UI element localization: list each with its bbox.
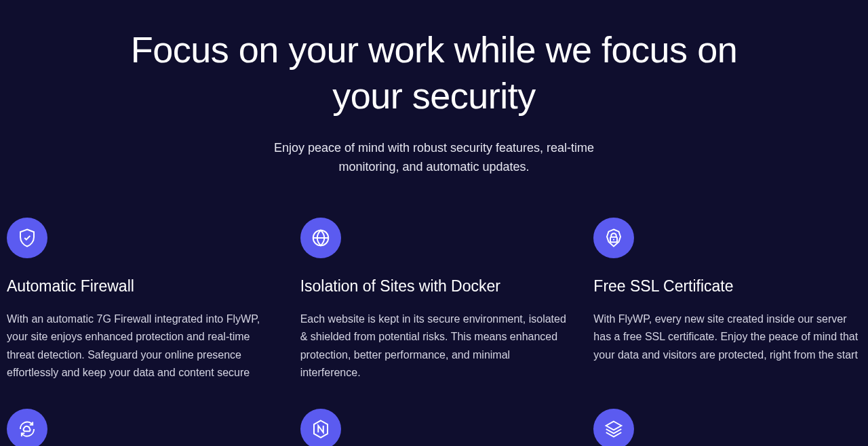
- feature-body: With FlyWP, every new site created insid…: [593, 310, 861, 364]
- feature-cloud-refresh: [7, 409, 275, 446]
- feature-title: Isolation of Sites with Docker: [300, 277, 568, 296]
- cloud-refresh-icon: [7, 409, 47, 446]
- feature-body: With an automatic 7G Firewall integrated…: [7, 310, 275, 382]
- hero-section: Focus on your work while we focus on you…: [122, 27, 746, 177]
- feature-layers: [593, 409, 861, 446]
- features-grid: Automatic Firewall With an automatic 7G …: [7, 218, 861, 446]
- feature-automatic-firewall: Automatic Firewall With an automatic 7G …: [7, 218, 275, 382]
- shield-check-icon: [7, 218, 47, 258]
- globe-icon: [300, 218, 341, 258]
- svg-point-2: [613, 239, 614, 240]
- feature-title: Free SSL Certificate: [593, 277, 861, 296]
- feature-free-ssl: Free SSL Certificate With FlyWP, every n…: [593, 218, 861, 382]
- hero-subtitle: Enjoy peace of mind with robust security…: [251, 139, 617, 177]
- feature-hex-n: [300, 409, 568, 446]
- feature-docker-isolation: Isolation of Sites with Docker Each webs…: [300, 218, 568, 382]
- feature-title: Automatic Firewall: [7, 277, 275, 296]
- layers-icon: [593, 409, 634, 446]
- feature-body: Each website is kept in its secure envir…: [300, 310, 568, 382]
- hero-title: Focus on your work while we focus on you…: [122, 27, 746, 119]
- hex-n-icon: [300, 409, 341, 446]
- lock-star-icon: [593, 218, 634, 258]
